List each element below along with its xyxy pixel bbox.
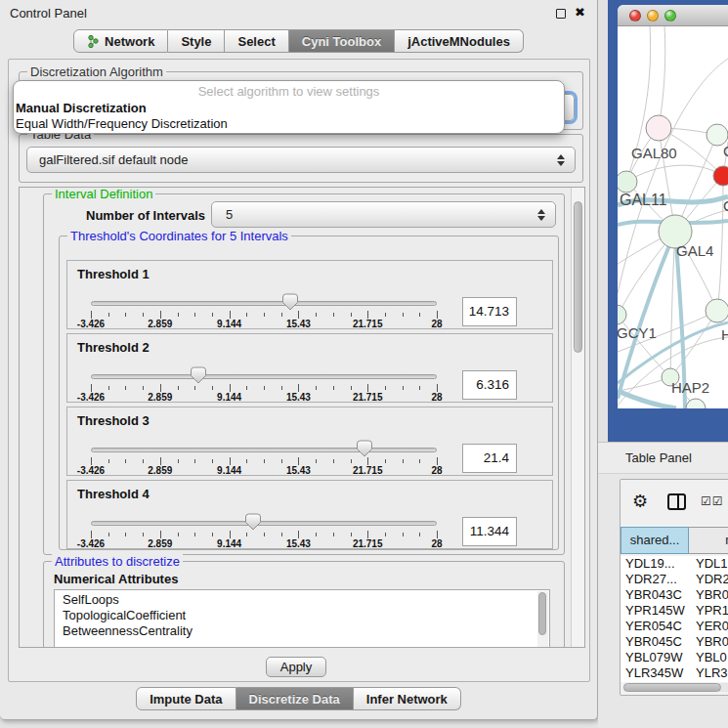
list-scrollbar[interactable] xyxy=(537,591,548,648)
zoom-traffic-light[interactable] xyxy=(664,10,676,21)
threshold-value-field[interactable]: 14.713 xyxy=(462,297,517,326)
table-row[interactable]: YBR043CYBR0 xyxy=(621,587,728,603)
node-label: G xyxy=(723,143,728,159)
table-row[interactable]: YER054CYER0 xyxy=(621,619,728,634)
table-cell[interactable]: YLR3 xyxy=(689,665,728,681)
tab-infer-network[interactable]: Infer Network xyxy=(354,687,461,710)
numerical-attributes-list[interactable]: SelfLoopsTopologicalCoefficientBetweenne… xyxy=(54,589,550,648)
table-cell[interactable]: YER0 xyxy=(689,619,728,634)
slider-handle[interactable] xyxy=(191,366,206,384)
table-cell[interactable]: YBL079W xyxy=(621,650,689,665)
table-cell[interactable]: YIL0 xyxy=(689,681,728,682)
slider-track[interactable] xyxy=(91,301,437,306)
table-cell[interactable]: YDL19... xyxy=(621,556,689,572)
table-panel: Table Panel ⚙ ☑☑ shared...na YDL19...YDL… xyxy=(598,442,728,728)
minor-tick xyxy=(281,386,282,390)
close-traffic-light[interactable] xyxy=(629,10,641,21)
group-title: Discretization Algorithm xyxy=(27,64,166,79)
split-columns-icon[interactable] xyxy=(667,493,686,510)
table-row[interactable]: YLR345WYLR3 xyxy=(621,665,728,681)
threshold-value-field[interactable]: 21.4 xyxy=(462,444,517,473)
table-cell[interactable]: YBR043C xyxy=(621,587,689,603)
attribute-item-topologicalcoefficient[interactable]: TopologicalCoefficient xyxy=(55,608,549,623)
table-cell[interactable]: YBL0 xyxy=(689,650,728,665)
minimize-traffic-light[interactable] xyxy=(647,10,659,21)
network-node-gcy1[interactable] xyxy=(618,305,626,324)
slider-handle[interactable] xyxy=(245,513,261,531)
slider-handle[interactable] xyxy=(357,440,372,457)
table-cell[interactable]: YBR045C xyxy=(621,634,689,650)
threshold-value-field[interactable]: 6.316 xyxy=(462,370,517,400)
network-node[interactable] xyxy=(706,299,728,322)
network-canvas[interactable]: GAL80GCGAL11GAL4GCY1HHAP2 xyxy=(618,26,728,408)
gear-icon[interactable]: ⚙ xyxy=(632,491,648,512)
network-node[interactable] xyxy=(713,166,728,186)
tab-label: jActiveMNodules xyxy=(407,34,510,49)
table-row[interactable]: YDL19...YDL1 xyxy=(621,556,728,572)
network-node-gal11[interactable] xyxy=(618,171,637,193)
threshold-panel: Threshold 2 -3.4262.8599.14415.4321.7152… xyxy=(66,333,553,403)
threshold-label: Threshold 2 xyxy=(77,340,150,355)
table-cell[interactable]: YIL052C xyxy=(621,681,689,682)
table-cell[interactable]: YBR0 xyxy=(689,587,728,603)
table-row[interactable]: YBR045CYBR0 xyxy=(621,634,728,650)
attribute-item-betweennesscentrality[interactable]: BetweennessCentrality xyxy=(55,623,549,639)
tab-impute-data[interactable]: Impute Data xyxy=(136,687,236,710)
node-label: HAP2 xyxy=(671,379,709,396)
dropdown-item-manual-discretization[interactable]: Manual Discretization xyxy=(16,101,555,115)
network-edge-thick xyxy=(618,391,676,408)
table-cell[interactable]: YPR145W xyxy=(621,603,689,619)
table-cell[interactable]: YPR1 xyxy=(689,603,728,619)
table-row[interactable]: YBL079WYBL0 xyxy=(621,650,728,665)
threshold-value-field[interactable]: 11.344 xyxy=(462,517,517,546)
vertical-scrollbar[interactable] xyxy=(571,188,584,647)
tab-style[interactable]: Style xyxy=(168,29,225,53)
major-tick xyxy=(91,531,92,538)
select-columns-checkboxes-icon[interactable]: ☑☑ xyxy=(701,494,724,508)
tab-select[interactable]: Select xyxy=(225,29,288,53)
column-header-na[interactable]: na xyxy=(689,527,728,554)
node-label: GCY1 xyxy=(618,324,657,341)
dropdown-item-equal-width-frequency[interactable]: Equal Width/Frequency Discretization xyxy=(16,116,555,131)
slider-track[interactable] xyxy=(91,374,437,379)
table-panel-header[interactable]: Table Panel xyxy=(598,442,728,474)
column-header-shared[interactable]: shared... xyxy=(621,527,689,554)
table-cell[interactable]: YBR0 xyxy=(689,634,728,650)
minor-tick xyxy=(385,386,386,390)
number-of-intervals-combo[interactable]: 5 xyxy=(211,201,556,228)
tab-cyni-toolbox[interactable]: Cyni Toolbox xyxy=(289,29,395,53)
network-node-gal80[interactable] xyxy=(646,115,671,141)
slider-track[interactable] xyxy=(91,448,437,452)
table-cell[interactable]: YLR345W xyxy=(621,665,689,681)
close-icon[interactable]: ✖ xyxy=(575,5,585,20)
minor-tick xyxy=(403,386,404,390)
table-cell[interactable]: YER054C xyxy=(621,619,689,634)
network-window-titlebar[interactable] xyxy=(618,5,728,26)
tick-label: 15.43 xyxy=(269,392,327,403)
apply-button[interactable]: Apply xyxy=(266,657,326,677)
tab-jactivemnodules[interactable]: jActiveMNodules xyxy=(395,29,524,53)
tab-label: Impute Data xyxy=(150,692,222,707)
table-data-combo[interactable]: galFiltered.sif default node xyxy=(26,147,576,173)
minor-tick xyxy=(143,313,144,317)
node-label: C xyxy=(723,197,728,214)
minor-tick xyxy=(194,386,195,390)
tab-label: Cyni Toolbox xyxy=(302,34,381,49)
attribute-item-selfloops[interactable]: SelfLoops xyxy=(55,592,549,608)
tick-label: 9.144 xyxy=(200,538,259,549)
control-panel-titlebar[interactable]: Control Panel ✖ xyxy=(0,0,597,27)
float-window-icon[interactable] xyxy=(556,9,566,19)
table-row[interactable]: YPR145WYPR1 xyxy=(621,603,728,619)
table-cell[interactable]: YDR27... xyxy=(621,572,689,587)
table-cell[interactable]: YDR2 xyxy=(689,572,728,587)
table-cell[interactable]: YDL1 xyxy=(689,556,728,572)
slider-track[interactable] xyxy=(91,521,437,526)
horizontal-scrollbar[interactable] xyxy=(622,683,728,692)
slider-handle[interactable] xyxy=(282,293,298,311)
minor-tick xyxy=(246,313,247,317)
tab-network[interactable]: Network xyxy=(73,29,168,53)
table-row[interactable]: YDR27...YDR2 xyxy=(621,572,728,587)
tab-discretize-data[interactable]: Discretize Data xyxy=(236,687,354,710)
table-toolbar: ⚙ ☑☑ xyxy=(621,480,728,525)
table-row[interactable]: YIL052CYIL0 xyxy=(621,681,728,682)
